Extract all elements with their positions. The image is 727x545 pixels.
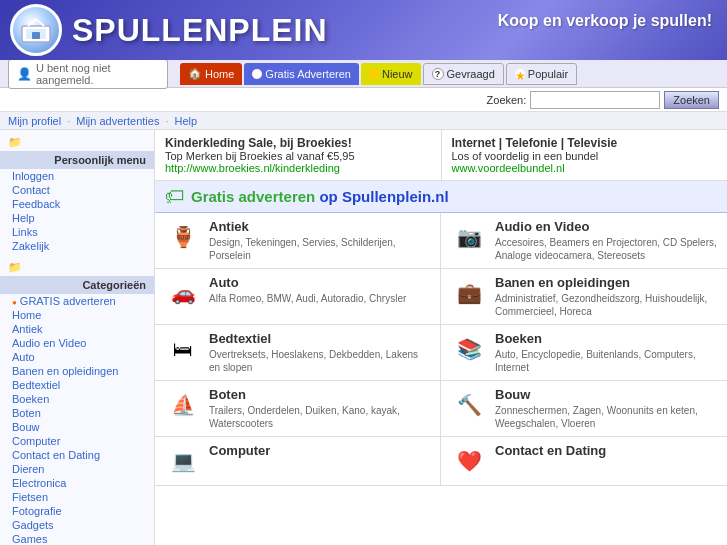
search-input[interactable] — [530, 91, 660, 109]
bouw-icon: 🔨 — [451, 387, 487, 423]
sidebar-item-gratis[interactable]: GRATIS adverteren — [0, 294, 154, 308]
sidebar: 📁 Persoonlijk menu Inloggen Contact Feed… — [0, 130, 155, 545]
auto-name: Auto — [209, 275, 430, 290]
computer-name: Computer — [209, 443, 430, 458]
sidebar-item-fotografie[interactable]: Fotografie — [0, 504, 154, 518]
category-auto[interactable]: 🚗 Auto Alfa Romeo, BMW, Audi, Autoradio,… — [155, 269, 441, 325]
help-link[interactable]: Help — [174, 115, 197, 127]
bouw-desc: Zonneschermen, Zagen, Woonunits en keten… — [495, 404, 717, 430]
ad-left-title: Kinderkleding Sale, bij Broekies! — [165, 136, 431, 150]
sidebar-item-antiek[interactable]: Antiek — [0, 322, 154, 336]
search-label: Zoeken: — [487, 94, 527, 106]
auto-icon: 🚗 — [165, 275, 201, 311]
category-contact-dating[interactable]: ❤️ Contact en Dating — [441, 437, 727, 486]
ad-right: Internet | Telefonie | Televisie Los of … — [442, 130, 728, 180]
sidebar-item-zakelijk[interactable]: Zakelijk — [0, 239, 154, 253]
tab-populair[interactable]: ★ Populair — [506, 63, 577, 85]
category-bedtextiel[interactable]: 🛏 Bedtextiel Overtreksets, Hoeslakens, D… — [155, 325, 441, 381]
sidebar-item-inloggen[interactable]: Inloggen — [0, 169, 154, 183]
categories-title: Categorieën — [0, 276, 154, 294]
sidebar-item-electronica[interactable]: Electronica — [0, 476, 154, 490]
category-computer[interactable]: 💻 Computer — [155, 437, 441, 486]
top-links: Mijn profiel · Mijn advertenties · Help — [0, 112, 727, 130]
sidebar-item-boeken[interactable]: Boeken — [0, 392, 154, 406]
user-icon: 👤 — [17, 67, 32, 81]
tab-gratis[interactable]: Gratis Adverteren — [244, 63, 359, 85]
header-tagline: Koop en verkoop je spullen! — [498, 12, 712, 30]
tab-gevraagd-label: Gevraagd — [447, 68, 495, 80]
antiek-icon: 🏺 — [165, 219, 201, 255]
ad-left: Kinderkleding Sale, bij Broekies! Top Me… — [155, 130, 442, 180]
sidebar-item-games[interactable]: Games — [0, 532, 154, 545]
bedtextiel-desc: Overtreksets, Hoeslakens, Dekbedden, Lak… — [209, 348, 430, 374]
sidebar-item-bouw[interactable]: Bouw — [0, 420, 154, 434]
auto-desc: Alfa Romeo, BMW, Audi, Autoradio, Chrysl… — [209, 292, 430, 305]
nieuw-dot — [369, 69, 379, 79]
sidebar-item-home-cat[interactable]: Home — [0, 308, 154, 322]
folder-icon-2: 📁 — [8, 261, 22, 274]
ad-right-link[interactable]: www.voordeelbundel.nl — [452, 162, 565, 174]
bedtextiel-name: Bedtextiel — [209, 331, 430, 346]
tab-home[interactable]: 🏠 Home — [180, 63, 242, 85]
ad-banner: Kinderkleding Sale, bij Broekies! Top Me… — [155, 130, 727, 181]
category-antiek[interactable]: 🏺 Antiek Design, Tekeningen, Servies, Sc… — [155, 213, 441, 269]
banen-icon: 💼 — [451, 275, 487, 311]
antiek-name: Antiek — [209, 219, 430, 234]
audio-name: Audio en Video — [495, 219, 717, 234]
tab-populair-label: Populair — [528, 68, 568, 80]
tab-nieuw[interactable]: Nieuw — [361, 63, 421, 85]
svg-rect-2 — [32, 32, 40, 39]
ad-left-link[interactable]: http://www.broekies.nl/kinderkleding — [165, 162, 340, 174]
sidebar-item-feedback[interactable]: Feedback — [0, 197, 154, 211]
login-area[interactable]: 👤 U bent nog niet aangemeld. — [8, 59, 168, 89]
sidebar-item-dieren[interactable]: Dieren — [0, 462, 154, 476]
sidebar-item-links[interactable]: Links — [0, 225, 154, 239]
populair-icon: ★ — [515, 69, 525, 79]
banen-desc: Administratief, Gezondheidszorg, Huishou… — [495, 292, 717, 318]
bouw-name: Bouw — [495, 387, 717, 402]
boten-icon: ⛵ — [165, 387, 201, 423]
sidebar-item-contact[interactable]: Contact — [0, 183, 154, 197]
navbar: 👤 U bent nog niet aangemeld. 🏠 Home Grat… — [0, 60, 727, 88]
ad-right-title: Internet | Telefonie | Televisie — [452, 136, 718, 150]
nav-tabs: 🏠 Home Gratis Adverteren Nieuw ? Gevraag… — [180, 63, 719, 85]
sidebar-item-contact[interactable]: Contact en Dating — [0, 448, 154, 462]
categories-grid: 🏺 Antiek Design, Tekeningen, Servies, Sc… — [155, 213, 727, 486]
site-logo — [10, 4, 62, 56]
boeken-icon: 📚 — [451, 331, 487, 367]
site-header: SPULLENPLEIN Koop en verkoop je spullen! — [0, 0, 727, 60]
gratis-icon: 🏷 — [165, 185, 185, 208]
sidebar-item-help[interactable]: Help — [0, 211, 154, 225]
category-boten[interactable]: ⛵ Boten Trailers, Onderdelen, Duiken, Ka… — [155, 381, 441, 437]
bedtextiel-icon: 🛏 — [165, 331, 201, 367]
category-boeken[interactable]: 📚 Boeken Auto, Encyclopedie, Buitenlands… — [441, 325, 727, 381]
dating-icon: ❤️ — [451, 443, 487, 479]
sidebar-item-gadgets[interactable]: Gadgets — [0, 518, 154, 532]
sidebar-item-auto[interactable]: Auto — [0, 350, 154, 364]
category-audio-video[interactable]: 📷 Audio en Video Accesoires, Beamers en … — [441, 213, 727, 269]
gratis-dot — [252, 69, 262, 79]
search-button[interactable]: Zoeken — [664, 91, 719, 109]
sidebar-item-computer[interactable]: Computer — [0, 434, 154, 448]
my-profile-link[interactable]: Mijn profiel — [8, 115, 61, 127]
gratis-adverteren-banner: 🏷 Gratis adverteren op Spullenplein.nl — [155, 181, 727, 213]
gevraagd-icon: ? — [432, 68, 444, 80]
categories-folder: 📁 — [0, 259, 154, 276]
home-icon: 🏠 — [188, 67, 202, 80]
personal-folder: 📁 — [0, 134, 154, 151]
sidebar-item-banen[interactable]: Banen en opleidingen — [0, 364, 154, 378]
sidebar-item-fietsen[interactable]: Fietsen — [0, 490, 154, 504]
site-title: SPULLENPLEIN — [72, 12, 328, 49]
category-banen[interactable]: 💼 Banen en opleidingen Administratief, G… — [441, 269, 727, 325]
antiek-desc: Design, Tekeningen, Servies, Schilderije… — [209, 236, 430, 262]
boten-name: Boten — [209, 387, 430, 402]
sidebar-item-bedtextiel[interactable]: Bedtextiel — [0, 378, 154, 392]
category-bouw[interactable]: 🔨 Bouw Zonneschermen, Zagen, Woonunits e… — [441, 381, 727, 437]
sidebar-item-audio[interactable]: Audio en Video — [0, 336, 154, 350]
main-layout: 📁 Persoonlijk menu Inloggen Contact Feed… — [0, 130, 727, 545]
boten-desc: Trailers, Onderdelen, Duiken, Kano, kaya… — [209, 404, 430, 430]
tab-gevraagd[interactable]: ? Gevraagd — [423, 63, 504, 85]
search-bar: Zoeken: Zoeken — [0, 88, 727, 112]
sidebar-item-boten[interactable]: Boten — [0, 406, 154, 420]
my-ads-link[interactable]: Mijn advertenties — [76, 115, 159, 127]
